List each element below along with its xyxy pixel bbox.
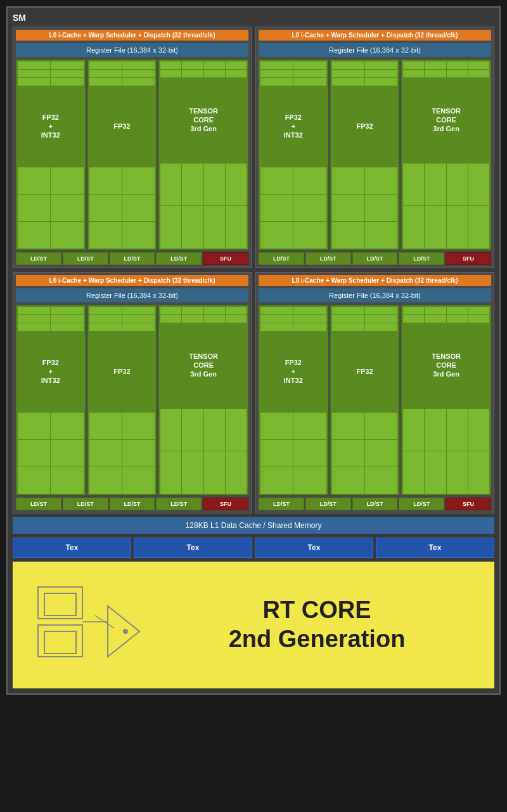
cell <box>160 315 181 323</box>
cell <box>365 440 397 467</box>
tensor-label-3: TENSORCORE3rd Gen <box>188 348 219 383</box>
cell <box>447 307 468 314</box>
cell <box>89 440 122 467</box>
cell <box>51 440 83 467</box>
fp32-int32-label-2: FP32+INT32 <box>283 109 304 144</box>
cell <box>260 195 293 221</box>
fp32-int32-label-4: FP32+INT32 <box>283 354 304 389</box>
top-cells <box>259 60 328 86</box>
svg-rect-3 <box>44 631 76 654</box>
cell <box>204 164 225 206</box>
sfu-3: SFU <box>203 498 248 510</box>
bottom-units-3: LD/ST LD/ST LD/ST LD/ST SFU <box>16 498 248 510</box>
cell <box>332 167 364 194</box>
cell <box>425 206 446 248</box>
cell <box>160 307 181 314</box>
cell <box>122 167 155 194</box>
cell <box>468 451 489 494</box>
cell <box>122 222 155 248</box>
cell <box>468 70 489 77</box>
cell <box>365 307 397 314</box>
l0-cache-bar-1: L0 i-Cache + Warp Scheduler + Dispatch (… <box>16 30 248 41</box>
cell <box>182 307 203 314</box>
cell <box>51 61 83 69</box>
ldst-3: LD/ST <box>110 252 155 265</box>
cell <box>403 70 424 77</box>
cell <box>468 315 489 323</box>
cell <box>226 70 247 77</box>
cell <box>122 70 155 77</box>
cell <box>122 413 155 439</box>
cell <box>182 206 203 248</box>
tensor-block-1: TENSORCORE3rd Gen <box>158 60 248 250</box>
sfu-1: SFU <box>203 252 248 265</box>
cell <box>468 164 489 206</box>
cell <box>260 307 293 314</box>
cell <box>425 315 446 323</box>
compute-area-1: FP32+INT32 FP32 <box>16 60 248 250</box>
top-cells <box>331 306 399 331</box>
top-cells <box>402 306 491 323</box>
register-file-bar-1: Register File (16,384 x 32-bit) <box>16 43 248 57</box>
sm-container: SM L0 i-Cache + Warp Scheduler + Dispatc… <box>6 6 501 695</box>
l1-cache-bar: 128KB L1 Data Cache / Shared Memory <box>13 517 494 534</box>
l0-cache-bar-2: L0 i-Cache + Warp Scheduler + Dispatch (… <box>259 30 491 41</box>
mid-cells <box>88 167 157 249</box>
cell <box>293 70 326 77</box>
cell <box>160 451 181 494</box>
cell <box>51 323 83 331</box>
l0-cache-bar-4: L0 i-Cache + Warp Scheduler + Dispatch (… <box>259 275 491 286</box>
cell <box>332 222 364 248</box>
cell <box>89 78 122 86</box>
cell <box>122 61 155 69</box>
cell <box>332 61 364 69</box>
cell <box>293 440 326 467</box>
cell <box>332 195 364 221</box>
cell <box>332 323 364 331</box>
ldst-5: LD/ST <box>259 252 304 265</box>
cell <box>51 222 83 248</box>
ldst-11: LD/ST <box>110 498 155 510</box>
sfu-2: SFU <box>446 252 491 265</box>
cell <box>365 315 397 323</box>
cell <box>365 195 397 221</box>
fp32-block-1: FP32 <box>87 60 157 250</box>
top-cells <box>159 306 248 323</box>
cell <box>365 70 397 77</box>
cell <box>447 206 468 248</box>
register-file-bar-2: Register File (16,384 x 32-bit) <box>259 43 491 57</box>
mid-cells <box>259 412 328 494</box>
ldst-6: LD/ST <box>305 252 351 265</box>
cell <box>293 78 326 86</box>
fp32-label-2: FP32 <box>355 118 374 134</box>
cell <box>332 78 364 86</box>
top-cells <box>16 306 85 331</box>
cell <box>226 451 247 494</box>
fp32-label-1: FP32 <box>112 118 131 134</box>
top-cells <box>159 60 248 77</box>
cell <box>403 451 424 494</box>
cell <box>51 467 83 494</box>
cell <box>18 467 50 494</box>
top-cells <box>259 306 328 331</box>
cell <box>403 315 424 323</box>
ldst-1: LD/ST <box>16 252 61 265</box>
cell <box>89 222 122 248</box>
cell <box>365 323 397 331</box>
tex-unit-4: Tex <box>376 538 494 558</box>
mid-cells <box>16 167 85 249</box>
svg-point-7 <box>123 629 128 634</box>
cell <box>332 440 364 467</box>
cell <box>18 307 50 314</box>
ldst-8: LD/ST <box>399 252 444 265</box>
cell <box>332 307 364 314</box>
cell <box>18 323 50 331</box>
cell <box>293 195 326 221</box>
cell <box>182 70 203 77</box>
tex-unit-3: Tex <box>255 538 373 558</box>
fp32-int32-block-3: FP32+INT32 <box>16 305 86 495</box>
cell <box>260 440 293 467</box>
tex-unit-1: Tex <box>13 538 131 558</box>
rt-core-label: RT CORE 2nd Generation <box>229 596 406 654</box>
cell <box>89 413 122 439</box>
